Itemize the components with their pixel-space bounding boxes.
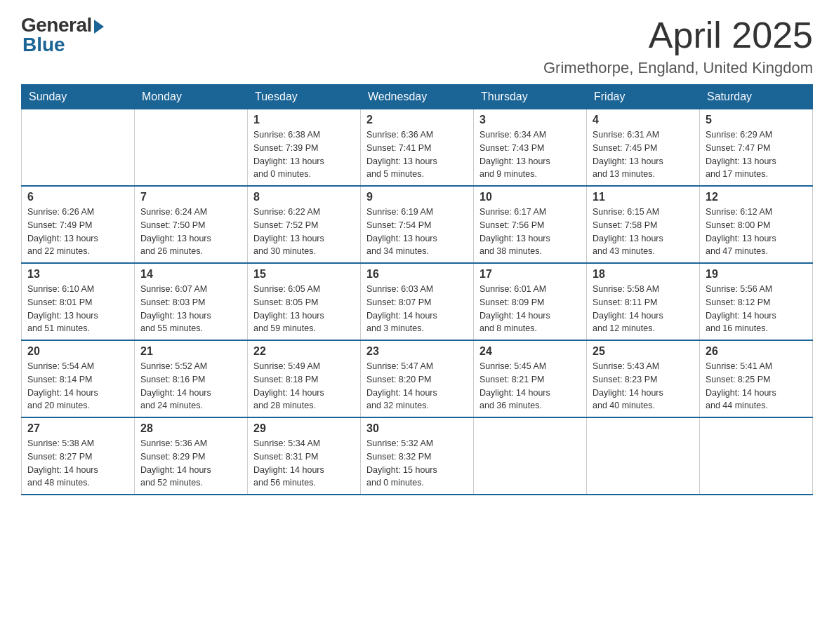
day-info: Sunrise: 6:01 AMSunset: 8:09 PMDaylight:… xyxy=(479,283,581,335)
calendar-cell: 24Sunrise: 5:45 AMSunset: 8:21 PMDayligh… xyxy=(474,340,587,417)
calendar-cell: 8Sunrise: 6:22 AMSunset: 7:52 PMDaylight… xyxy=(248,186,361,263)
day-number: 30 xyxy=(366,422,468,435)
day-number: 23 xyxy=(366,345,468,358)
day-info: Sunrise: 6:36 AMSunset: 7:41 PMDaylight:… xyxy=(366,128,468,181)
calendar-cell: 21Sunrise: 5:52 AMSunset: 8:16 PMDayligh… xyxy=(135,340,248,417)
day-info: Sunrise: 5:36 AMSunset: 8:29 PMDaylight:… xyxy=(140,437,241,490)
day-number: 16 xyxy=(366,268,468,281)
column-header-tuesday: Tuesday xyxy=(248,85,361,109)
logo-arrow-icon xyxy=(94,20,104,34)
day-info: Sunrise: 5:41 AMSunset: 8:25 PMDaylight:… xyxy=(706,360,807,412)
day-info: Sunrise: 6:12 AMSunset: 8:00 PMDaylight:… xyxy=(706,206,807,258)
day-number: 21 xyxy=(140,345,241,358)
calendar-cell: 30Sunrise: 5:32 AMSunset: 8:32 PMDayligh… xyxy=(361,417,474,495)
day-number: 12 xyxy=(706,191,807,203)
day-number: 7 xyxy=(140,191,241,203)
day-number: 18 xyxy=(593,268,694,281)
day-info: Sunrise: 6:29 AMSunset: 7:47 PMDaylight:… xyxy=(706,128,807,181)
day-info: Sunrise: 6:03 AMSunset: 8:07 PMDaylight:… xyxy=(366,283,468,335)
week-row-2: 6Sunrise: 6:26 AMSunset: 7:49 PMDaylight… xyxy=(22,186,813,263)
day-number: 20 xyxy=(27,345,128,358)
day-info: Sunrise: 5:58 AMSunset: 8:11 PMDaylight:… xyxy=(593,283,694,335)
day-info: Sunrise: 6:24 AMSunset: 7:50 PMDaylight:… xyxy=(140,206,241,258)
day-number: 4 xyxy=(593,114,694,126)
column-header-saturday: Saturday xyxy=(700,85,813,109)
day-info: Sunrise: 6:05 AMSunset: 8:05 PMDaylight:… xyxy=(253,283,355,335)
day-info: Sunrise: 5:54 AMSunset: 8:14 PMDaylight:… xyxy=(27,360,128,412)
calendar-cell: 20Sunrise: 5:54 AMSunset: 8:14 PMDayligh… xyxy=(22,340,135,417)
calendar-cell xyxy=(700,417,813,495)
day-info: Sunrise: 5:43 AMSunset: 8:23 PMDaylight:… xyxy=(593,360,694,412)
day-info: Sunrise: 5:38 AMSunset: 8:27 PMDaylight:… xyxy=(27,437,128,490)
calendar-title: April 2025 xyxy=(543,14,813,56)
calendar-header: SundayMondayTuesdayWednesdayThursdayFrid… xyxy=(22,85,813,109)
day-info: Sunrise: 6:17 AMSunset: 7:56 PMDaylight:… xyxy=(479,206,581,258)
day-info: Sunrise: 6:10 AMSunset: 8:01 PMDaylight:… xyxy=(27,283,128,335)
column-header-sunday: Sunday xyxy=(22,85,135,109)
calendar-cell: 27Sunrise: 5:38 AMSunset: 8:27 PMDayligh… xyxy=(22,417,135,495)
calendar-cell: 3Sunrise: 6:34 AMSunset: 7:43 PMDaylight… xyxy=(474,109,587,187)
day-number: 14 xyxy=(140,268,241,281)
calendar-body: 1Sunrise: 6:38 AMSunset: 7:39 PMDaylight… xyxy=(22,109,813,495)
day-number: 22 xyxy=(253,345,355,358)
day-number: 28 xyxy=(140,422,241,435)
day-info: Sunrise: 5:45 AMSunset: 8:21 PMDaylight:… xyxy=(479,360,581,412)
title-block: April 2025 Grimethorpe, England, United … xyxy=(543,14,813,77)
calendar-table: SundayMondayTuesdayWednesdayThursdayFrid… xyxy=(21,84,813,495)
page-header: General Blue April 2025 Grimethorpe, Eng… xyxy=(21,14,813,77)
calendar-cell: 10Sunrise: 6:17 AMSunset: 7:56 PMDayligh… xyxy=(474,186,587,263)
day-number: 10 xyxy=(479,191,581,203)
calendar-cell xyxy=(135,109,248,187)
calendar-cell: 7Sunrise: 6:24 AMSunset: 7:50 PMDaylight… xyxy=(135,186,248,263)
calendar-cell: 4Sunrise: 6:31 AMSunset: 7:45 PMDaylight… xyxy=(587,109,700,187)
day-info: Sunrise: 6:22 AMSunset: 7:52 PMDaylight:… xyxy=(253,206,355,258)
day-number: 6 xyxy=(27,191,128,203)
day-number: 25 xyxy=(593,345,694,358)
calendar-cell xyxy=(587,417,700,495)
week-row-5: 27Sunrise: 5:38 AMSunset: 8:27 PMDayligh… xyxy=(22,417,813,495)
day-number: 17 xyxy=(479,268,581,281)
day-info: Sunrise: 5:56 AMSunset: 8:12 PMDaylight:… xyxy=(706,283,807,335)
day-info: Sunrise: 6:38 AMSunset: 7:39 PMDaylight:… xyxy=(253,128,355,181)
calendar-cell: 26Sunrise: 5:41 AMSunset: 8:25 PMDayligh… xyxy=(700,340,813,417)
calendar-cell: 13Sunrise: 6:10 AMSunset: 8:01 PMDayligh… xyxy=(22,263,135,340)
calendar-cell: 17Sunrise: 6:01 AMSunset: 8:09 PMDayligh… xyxy=(474,263,587,340)
day-number: 24 xyxy=(479,345,581,358)
calendar-subtitle: Grimethorpe, England, United Kingdom xyxy=(543,59,813,77)
day-info: Sunrise: 6:26 AMSunset: 7:49 PMDaylight:… xyxy=(27,206,128,258)
week-row-4: 20Sunrise: 5:54 AMSunset: 8:14 PMDayligh… xyxy=(22,340,813,417)
day-info: Sunrise: 6:07 AMSunset: 8:03 PMDaylight:… xyxy=(140,283,241,335)
day-info: Sunrise: 6:31 AMSunset: 7:45 PMDaylight:… xyxy=(593,128,694,181)
calendar-cell: 2Sunrise: 6:36 AMSunset: 7:41 PMDaylight… xyxy=(361,109,474,187)
day-info: Sunrise: 5:47 AMSunset: 8:20 PMDaylight:… xyxy=(366,360,468,412)
calendar-cell: 18Sunrise: 5:58 AMSunset: 8:11 PMDayligh… xyxy=(587,263,700,340)
calendar-cell: 6Sunrise: 6:26 AMSunset: 7:49 PMDaylight… xyxy=(22,186,135,263)
day-info: Sunrise: 6:15 AMSunset: 7:58 PMDaylight:… xyxy=(593,206,694,258)
calendar-cell: 14Sunrise: 6:07 AMSunset: 8:03 PMDayligh… xyxy=(135,263,248,340)
calendar-cell: 15Sunrise: 6:05 AMSunset: 8:05 PMDayligh… xyxy=(248,263,361,340)
day-number: 9 xyxy=(366,191,468,203)
logo-blue-text: Blue xyxy=(21,34,65,56)
calendar-cell: 16Sunrise: 6:03 AMSunset: 8:07 PMDayligh… xyxy=(361,263,474,340)
column-header-wednesday: Wednesday xyxy=(361,85,474,109)
logo: General Blue xyxy=(21,14,104,56)
calendar-cell: 9Sunrise: 6:19 AMSunset: 7:54 PMDaylight… xyxy=(361,186,474,263)
day-info: Sunrise: 5:32 AMSunset: 8:32 PMDaylight:… xyxy=(366,437,468,490)
calendar-cell: 29Sunrise: 5:34 AMSunset: 8:31 PMDayligh… xyxy=(248,417,361,495)
day-number: 19 xyxy=(706,268,807,281)
calendar-cell: 11Sunrise: 6:15 AMSunset: 7:58 PMDayligh… xyxy=(587,186,700,263)
day-number: 3 xyxy=(479,114,581,126)
day-info: Sunrise: 5:34 AMSunset: 8:31 PMDaylight:… xyxy=(253,437,355,490)
calendar-cell: 12Sunrise: 6:12 AMSunset: 8:00 PMDayligh… xyxy=(700,186,813,263)
day-number: 1 xyxy=(253,114,355,126)
calendar-cell: 22Sunrise: 5:49 AMSunset: 8:18 PMDayligh… xyxy=(248,340,361,417)
calendar-cell: 5Sunrise: 6:29 AMSunset: 7:47 PMDaylight… xyxy=(700,109,813,187)
column-header-thursday: Thursday xyxy=(474,85,587,109)
calendar-cell xyxy=(22,109,135,187)
day-number: 27 xyxy=(27,422,128,435)
day-info: Sunrise: 6:34 AMSunset: 7:43 PMDaylight:… xyxy=(479,128,581,181)
day-number: 8 xyxy=(253,191,355,203)
day-number: 13 xyxy=(27,268,128,281)
calendar-cell: 25Sunrise: 5:43 AMSunset: 8:23 PMDayligh… xyxy=(587,340,700,417)
header-row: SundayMondayTuesdayWednesdayThursdayFrid… xyxy=(22,85,813,109)
